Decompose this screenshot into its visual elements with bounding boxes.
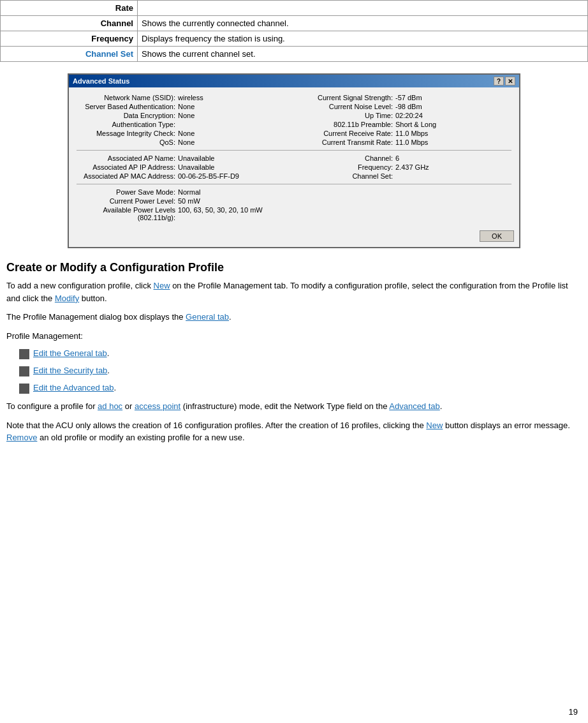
general-tab-link-1[interactable]: General tab — [186, 312, 229, 322]
field-label-apip: Associated AP IP Address: — [77, 163, 175, 171]
field-label-apname: Associated AP Name: — [77, 154, 175, 162]
list-item-2: Edit the Security tab. — [19, 366, 582, 376]
modify-link[interactable]: Modify — [55, 294, 79, 303]
field-label-chanset: Channel Set: — [294, 172, 393, 180]
field-label-auth: Server Based Authentication: — [77, 103, 175, 110]
dialog-field-authtype: Authentication Type: — [77, 121, 294, 128]
channel-label: Channel — [1, 16, 138, 31]
channel-value: Shows the currently connected channel. — [138, 16, 588, 31]
field-label-ssid: Network Name (SSID): — [77, 94, 175, 101]
general-tab-link-2[interactable]: Edit the General tab — [33, 348, 107, 358]
help-button[interactable]: ? — [494, 77, 504, 86]
para2: The Profile Management dialog box displa… — [6, 311, 582, 324]
dialog-field-chanset: Channel Set: — [294, 172, 511, 180]
dialog-ap-col: Associated AP Name: Unavailable Associat… — [77, 154, 294, 180]
rate-value — [138, 1, 588, 16]
field-label-pwravail: Available Power Levels (802.11b/g): — [77, 206, 175, 221]
para2-end: . — [229, 312, 232, 322]
dialog-field-channel: Channel: 6 — [294, 154, 511, 162]
page-number: 19 — [569, 707, 578, 717]
dialog-field-psmode: Power Save Mode: Normal — [77, 188, 294, 196]
para4-mid1: or — [122, 401, 135, 411]
dialog-power-col: Power Save Mode: Normal Current Power Le… — [77, 188, 294, 221]
dialog-field-pwravail: Available Power Levels (802.11b/g): 100,… — [77, 206, 294, 221]
advanced-tab-link[interactable]: Edit the Advanced tab — [33, 383, 114, 392]
field-value-pwravail: 100, 63, 50, 30, 20, 10 mW — [178, 206, 263, 221]
field-label-freq: Frequency: — [294, 163, 393, 171]
dialog-field-apmac: Associated AP MAC Address: 00-06-25-B5-F… — [77, 172, 294, 180]
dialog-field-signal: Current Signal Strength: -57 dBm — [294, 94, 511, 101]
para1: To add a new configuration profile, clic… — [6, 280, 582, 304]
dialog-power-right-col — [294, 188, 511, 221]
security-tab-link[interactable]: Edit the Security tab — [33, 366, 107, 375]
para1-start: To add a new configuration profile, clic… — [6, 281, 154, 290]
section-title: Create or Modify a Configuration Profile — [6, 261, 582, 274]
field-label-channel: Channel: — [294, 154, 393, 162]
bullet-icon-3 — [19, 384, 29, 394]
para5-mid: button displays an error message. — [443, 421, 570, 430]
field-label-psmode: Power Save Mode: — [77, 188, 175, 196]
field-value-pwrlvl: 50 mW — [178, 197, 200, 205]
para3: Profile Management: — [6, 330, 582, 343]
field-label-apmac: Associated AP MAC Address: — [77, 172, 175, 180]
dialog-channel-col: Channel: 6 Frequency: 2.437 GHz Channel … — [294, 154, 511, 180]
field-value-channel: 6 — [395, 154, 399, 162]
dialog-divider-2 — [77, 184, 511, 184]
dialog-field-uptime: Up Time: 02:20:24 — [294, 112, 511, 119]
field-value-apip: Unavailable — [178, 163, 214, 171]
dialog-left-col: Network Name (SSID): wireless Server Bas… — [77, 94, 294, 146]
info-table: Rate Channel Shows the currently connect… — [0, 0, 588, 62]
new-link-2[interactable]: New — [426, 421, 443, 430]
dialog-content: Network Name (SSID): wireless Server Bas… — [69, 87, 519, 228]
dialog-field-apip: Associated AP IP Address: Unavailable — [77, 163, 294, 171]
dialog-middle-row: Associated AP Name: Unavailable Associat… — [77, 154, 511, 180]
dialog-title: Advanced Status — [73, 77, 129, 85]
adhoc-link[interactable]: ad hoc — [98, 401, 122, 411]
ok-button[interactable]: OK — [480, 230, 514, 242]
remove-link[interactable]: Remove — [6, 433, 37, 442]
dialog-field-freq: Frequency: 2.437 GHz — [294, 163, 511, 171]
list-item-text-1: Edit the General tab. — [33, 348, 109, 358]
dialog-field-rxrate: Current Receive Rate: 11.0 Mbps — [294, 130, 511, 137]
field-value-preamble: Short & Long — [395, 121, 436, 128]
para2-start: The Profile Management dialog box displa… — [6, 312, 186, 322]
table-row: Rate — [1, 1, 588, 16]
main-content: Create or Modify a Configuration Profile… — [0, 261, 588, 444]
dialog-field-noise: Current Noise Level: -98 dBm — [294, 103, 511, 110]
close-button[interactable]: ✕ — [505, 77, 515, 86]
table-row: Channel Set Shows the current channel se… — [1, 47, 588, 62]
field-label-noise: Current Noise Level: — [294, 103, 393, 110]
dialog-field-preamble: 802.11b Preamble: Short & Long — [294, 121, 511, 128]
dialog-field-txrate: Current Transmit Rate: 11.0 Mbps — [294, 138, 511, 146]
list-item-text-2: Edit the Security tab. — [33, 366, 110, 375]
dialog-field-auth: Server Based Authentication: None — [77, 103, 294, 110]
dialog-right-col: Current Signal Strength: -57 dBm Current… — [294, 94, 511, 146]
para1-end: button. — [79, 294, 107, 303]
advanced-tab-link-2[interactable]: Advanced tab — [389, 401, 440, 411]
field-label-preamble: 802.11b Preamble: — [294, 121, 393, 128]
field-value-txrate: 11.0 Mbps — [395, 138, 428, 146]
dialog-titlebar: Advanced Status ? ✕ — [69, 75, 519, 87]
channelset-value: Shows the current channel set. — [138, 47, 588, 62]
accesspoint-link[interactable]: access point — [135, 401, 180, 411]
field-value-mic: None — [178, 130, 195, 137]
field-label-qos: QoS: — [77, 138, 175, 146]
dialog-divider-1 — [77, 150, 511, 151]
field-label-rxrate: Current Receive Rate: — [294, 130, 393, 137]
para5-start: Note that the ACU only allows the creati… — [6, 421, 426, 430]
field-value-uptime: 02:20:24 — [395, 112, 423, 119]
field-label-txrate: Current Transmit Rate: — [294, 138, 393, 146]
field-value-apmac: 00-06-25-B5-FF-D9 — [178, 172, 239, 180]
para4-mid2: (infrastructure) mode, edit the Network … — [180, 401, 389, 411]
bullet-icon-2 — [19, 366, 29, 376]
field-label-uptime: Up Time: — [294, 112, 393, 119]
field-label-pwrlvl: Current Power Level: — [77, 197, 175, 205]
field-value-noise: -98 dBm — [395, 103, 422, 110]
new-link-1[interactable]: New — [154, 281, 170, 290]
dialog-field-qos: QoS: None — [77, 138, 294, 146]
frequency-value: Displays frequency the station is using. — [138, 31, 588, 47]
bullet-icon-1 — [19, 349, 29, 359]
para5-end: an old profile or modify an existing pro… — [37, 433, 244, 442]
table-row: Channel Shows the currently connected ch… — [1, 16, 588, 31]
field-value-rxrate: 11.0 Mbps — [395, 130, 428, 137]
